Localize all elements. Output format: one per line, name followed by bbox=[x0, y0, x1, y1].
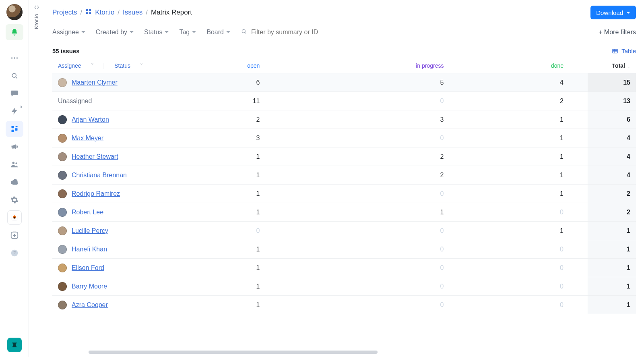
table-row[interactable]: Elison Ford1001 bbox=[52, 259, 636, 277]
col-in-progress[interactable]: in progress bbox=[324, 58, 508, 73]
crumb-issues[interactable]: Issues bbox=[123, 8, 142, 17]
table-row[interactable]: Arjan Warton2316 bbox=[52, 110, 636, 129]
view-toggle-table[interactable]: Table bbox=[612, 48, 636, 54]
cell-done[interactable]: 1 bbox=[508, 129, 588, 147]
assignee-link[interactable]: Arjan Warton bbox=[72, 116, 109, 123]
cell-done[interactable]: 1 bbox=[508, 166, 588, 185]
more-filters[interactable]: + More filters bbox=[599, 29, 636, 36]
cell-prog[interactable]: 1 bbox=[324, 203, 508, 222]
rail-help[interactable]: ? bbox=[6, 245, 23, 261]
cell-prog[interactable]: 0 bbox=[324, 259, 508, 277]
cell-prog[interactable]: 0 bbox=[324, 92, 508, 110]
rail-boards-active[interactable] bbox=[6, 121, 23, 137]
cell-prog[interactable]: 3 bbox=[324, 110, 508, 129]
assignee-link[interactable]: Rodrigo Ramirez bbox=[72, 190, 120, 197]
table-row[interactable]: Hanefi Khan1001 bbox=[52, 240, 636, 259]
cell-open[interactable]: 1 bbox=[169, 296, 324, 314]
table-row[interactable]: Barry Moore1001 bbox=[52, 277, 636, 296]
cell-done[interactable]: 1 bbox=[508, 110, 588, 129]
cell-prog[interactable]: 0 bbox=[324, 129, 508, 147]
assignee-link[interactable]: Elison Ford bbox=[72, 264, 104, 272]
search-input[interactable] bbox=[250, 28, 355, 36]
cell-done[interactable]: 0 bbox=[508, 277, 588, 296]
table-row[interactable]: Heather Stewart1214 bbox=[52, 147, 636, 166]
collapse-icon[interactable] bbox=[33, 4, 41, 10]
cell-prog[interactable]: 0 bbox=[324, 185, 508, 203]
cell-open[interactable]: 1 bbox=[169, 240, 324, 259]
cell-total[interactable]: 1 bbox=[588, 222, 636, 240]
cell-done[interactable]: 0 bbox=[508, 296, 588, 314]
filter-status[interactable]: Status bbox=[144, 29, 169, 36]
filter-board[interactable]: Board bbox=[206, 29, 230, 36]
rail-app-bottom[interactable] bbox=[6, 337, 23, 353]
rail-campaign[interactable] bbox=[6, 139, 23, 155]
cell-total[interactable]: 4 bbox=[588, 166, 636, 185]
cell-total[interactable]: 1 bbox=[588, 259, 636, 277]
cell-total[interactable]: 2 bbox=[588, 185, 636, 203]
cell-total[interactable]: 13 bbox=[588, 92, 636, 110]
cell-done[interactable]: 0 bbox=[508, 203, 588, 222]
rail-chat[interactable] bbox=[6, 85, 23, 102]
col-open[interactable]: open bbox=[169, 58, 324, 73]
rail-teams[interactable] bbox=[6, 156, 23, 172]
cell-done[interactable]: 4 bbox=[508, 73, 588, 92]
horizontal-scrollbar[interactable] bbox=[89, 351, 644, 355]
cell-prog[interactable]: 0 bbox=[324, 240, 508, 259]
assignee-link[interactable]: Azra Cooper bbox=[72, 301, 108, 309]
cell-prog[interactable]: 5 bbox=[324, 73, 508, 92]
cell-total[interactable]: 1 bbox=[588, 277, 636, 296]
rail-overflow[interactable] bbox=[6, 50, 23, 66]
cell-open[interactable]: 3 bbox=[169, 129, 324, 147]
table-row[interactable]: Maarten Clymer65415 bbox=[52, 73, 636, 92]
cell-total[interactable]: 15 bbox=[588, 73, 636, 92]
assignee-link[interactable]: Lucille Percy bbox=[72, 227, 108, 235]
assignee-link[interactable]: Barry Moore bbox=[72, 283, 107, 290]
rail-search[interactable] bbox=[6, 68, 23, 84]
col-done[interactable]: done bbox=[508, 58, 588, 73]
group-primary[interactable]: Assignee bbox=[58, 62, 81, 69]
table-row[interactable]: Rodrigo Ramirez1012 bbox=[52, 185, 636, 203]
cell-done[interactable]: 0 bbox=[508, 259, 588, 277]
group-secondary[interactable]: Status bbox=[114, 62, 130, 69]
rail-app-toolbox[interactable] bbox=[6, 210, 23, 226]
cell-total[interactable]: 1 bbox=[588, 296, 636, 314]
cell-done[interactable]: 1 bbox=[508, 222, 588, 240]
cell-prog[interactable]: 0 bbox=[324, 277, 508, 296]
assignee-link[interactable]: Christiana Brennan bbox=[72, 172, 127, 179]
cell-open[interactable]: 1 bbox=[169, 203, 324, 222]
download-button[interactable]: Download bbox=[590, 6, 636, 19]
crumb-projects[interactable]: Projects bbox=[52, 8, 77, 17]
cell-open[interactable]: 2 bbox=[169, 110, 324, 129]
table-row[interactable]: Azra Cooper1001 bbox=[52, 296, 636, 314]
assignee-link[interactable]: Heather Stewart bbox=[72, 153, 118, 160]
cell-open[interactable]: 1 bbox=[169, 185, 324, 203]
chevron-down-icon[interactable]: ˅ bbox=[140, 62, 143, 69]
cell-open[interactable]: 6 bbox=[169, 73, 324, 92]
table-row[interactable]: Lucille Percy0011 bbox=[52, 222, 636, 240]
filter-created-by[interactable]: Created by bbox=[96, 29, 134, 36]
cell-prog[interactable]: 0 bbox=[324, 222, 508, 240]
cell-open[interactable]: 1 bbox=[169, 166, 324, 185]
cell-total[interactable]: 4 bbox=[588, 147, 636, 166]
cell-done[interactable]: 1 bbox=[508, 147, 588, 166]
cell-open[interactable]: 1 bbox=[169, 147, 324, 166]
notifications-button[interactable] bbox=[6, 24, 23, 40]
table-row[interactable]: Unassigned110213 bbox=[52, 92, 636, 110]
cell-total[interactable]: 4 bbox=[588, 129, 636, 147]
cell-open[interactable]: 0 bbox=[169, 222, 324, 240]
rail-settings[interactable] bbox=[6, 192, 23, 208]
cell-prog[interactable]: 2 bbox=[324, 147, 508, 166]
cell-total[interactable]: 6 bbox=[588, 110, 636, 129]
table-row[interactable]: Christiana Brennan1214 bbox=[52, 166, 636, 185]
filter-tag[interactable]: Tag bbox=[179, 29, 196, 36]
filter-assignee[interactable]: Assignee bbox=[52, 29, 85, 36]
filter-search[interactable] bbox=[241, 28, 355, 36]
cell-done[interactable]: 0 bbox=[508, 240, 588, 259]
table-row[interactable]: Max Meyer3014 bbox=[52, 129, 636, 147]
cell-open[interactable]: 11 bbox=[169, 92, 324, 110]
rail-cloud[interactable] bbox=[6, 174, 23, 190]
crumb-project[interactable]: Ktor.io bbox=[95, 8, 114, 17]
col-total[interactable]: Total↓ bbox=[588, 58, 636, 73]
assignee-link[interactable]: Maarten Clymer bbox=[72, 79, 118, 86]
cell-prog[interactable]: 2 bbox=[324, 166, 508, 185]
